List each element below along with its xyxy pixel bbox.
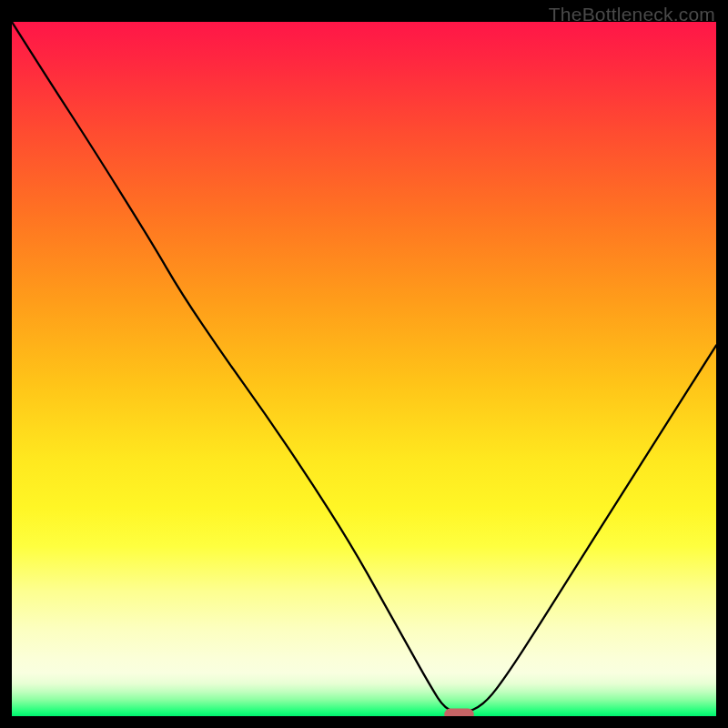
watermark-text: TheBottleneck.com xyxy=(549,4,715,25)
plot-area xyxy=(12,22,716,716)
optimal-marker xyxy=(444,709,474,716)
chart-frame: TheBottleneck.com xyxy=(0,0,728,728)
gradient-background xyxy=(12,22,716,716)
bottleneck-chart-svg xyxy=(12,22,716,716)
